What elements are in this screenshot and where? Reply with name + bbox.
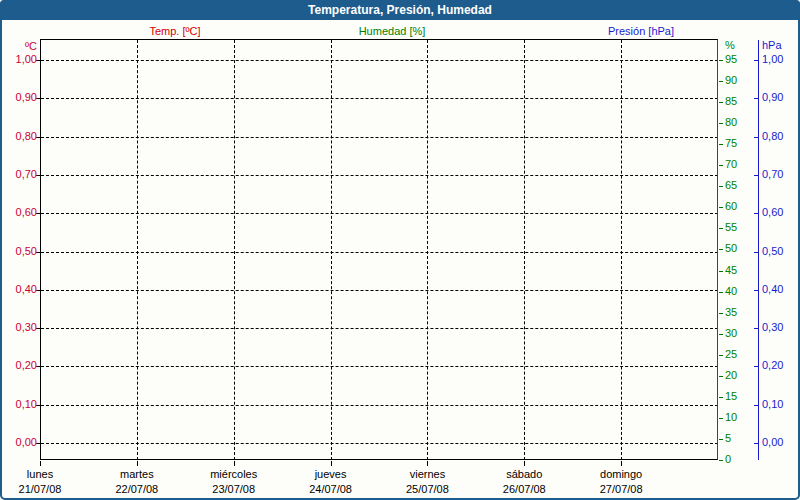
humidity-tick-label: 20 bbox=[725, 369, 737, 382]
pressure-axis-tick bbox=[754, 405, 758, 406]
temp-tick-label: 0,90 bbox=[0, 91, 37, 104]
pressure-tick-label: 0,70 bbox=[762, 168, 783, 181]
humidity-axis-tick bbox=[719, 186, 723, 187]
date-label: 23/07/08 bbox=[186, 483, 282, 496]
pressure-axis-unit: hPa bbox=[762, 39, 782, 52]
x-axis-tick bbox=[40, 461, 41, 466]
x-axis-tick bbox=[137, 461, 138, 466]
temp-tick-label: 0,80 bbox=[0, 130, 37, 143]
legend-item-2: Humedad [%] bbox=[322, 25, 462, 38]
pressure-axis-tick bbox=[754, 290, 758, 291]
humidity-tick-label: 5 bbox=[725, 432, 731, 445]
x-axis-tick bbox=[427, 461, 428, 466]
humidity-tick-label: 75 bbox=[725, 137, 737, 150]
legend-item-3: Presión [hPa] bbox=[571, 25, 711, 38]
humidity-axis-tick bbox=[719, 102, 723, 103]
humidity-tick-label: 60 bbox=[725, 200, 737, 213]
temp-axis-unit: ºC bbox=[0, 40, 37, 53]
date-label: 25/07/08 bbox=[379, 483, 475, 496]
humidity-axis-unit: % bbox=[725, 39, 735, 52]
humidity-axis-tick bbox=[719, 334, 723, 335]
humidity-axis-tick bbox=[719, 60, 723, 61]
day-label: viernes bbox=[379, 468, 475, 481]
humidity-axis-tick bbox=[719, 165, 723, 166]
pressure-tick-label: 0,20 bbox=[762, 359, 783, 372]
humidity-tick-label: 65 bbox=[725, 179, 737, 192]
humidity-tick-label: 10 bbox=[725, 411, 737, 424]
humidity-axis-tick bbox=[719, 460, 723, 461]
pressure-tick-label: 0,10 bbox=[762, 398, 783, 411]
day-label: miércoles bbox=[186, 468, 282, 481]
humidity-tick-label: 25 bbox=[725, 348, 737, 361]
date-label: 21/07/08 bbox=[0, 483, 88, 496]
humidity-axis-tick bbox=[719, 292, 723, 293]
humidity-tick-label: 70 bbox=[725, 158, 737, 171]
humidity-axis-tick bbox=[719, 313, 723, 314]
humidity-tick-label: 35 bbox=[725, 306, 737, 319]
humidity-tick-label: 80 bbox=[725, 116, 737, 129]
humidity-axis-tick bbox=[719, 376, 723, 377]
date-label: 27/07/08 bbox=[573, 483, 669, 496]
humidity-tick-label: 40 bbox=[725, 285, 737, 298]
pressure-axis-tick bbox=[754, 443, 758, 444]
humidity-axis-tick bbox=[719, 207, 723, 208]
pressure-tick-label: 0,80 bbox=[762, 130, 783, 143]
humidity-axis-tick bbox=[719, 418, 723, 419]
date-label: 26/07/08 bbox=[476, 483, 572, 496]
plot-area bbox=[40, 39, 718, 460]
day-label: domingo bbox=[573, 468, 669, 481]
temp-tick-label: 1,00 bbox=[0, 53, 37, 66]
pressure-tick-label: 0,90 bbox=[762, 91, 783, 104]
pressure-axis-tick bbox=[754, 366, 758, 367]
humidity-tick-label: 45 bbox=[725, 264, 737, 277]
day-label: sábado bbox=[476, 468, 572, 481]
pressure-axis-tick bbox=[754, 328, 758, 329]
x-axis-tick bbox=[621, 461, 622, 466]
humidity-tick-label: 30 bbox=[725, 327, 737, 340]
day-label: lunes bbox=[0, 468, 88, 481]
pressure-tick-label: 1,00 bbox=[762, 53, 783, 66]
date-label: 22/07/08 bbox=[89, 483, 185, 496]
pressure-axis-tick bbox=[754, 98, 758, 99]
pressure-tick-label: 0,30 bbox=[762, 321, 783, 334]
humidity-tick-label: 90 bbox=[725, 74, 737, 87]
pressure-tick-label: 0,60 bbox=[762, 206, 783, 219]
temp-tick-label: 0,60 bbox=[0, 206, 37, 219]
humidity-tick-label: 15 bbox=[725, 390, 737, 403]
pressure-axis-tick bbox=[754, 175, 758, 176]
humidity-axis-tick bbox=[719, 249, 723, 250]
pressure-tick-label: 0,40 bbox=[762, 283, 783, 296]
pressure-axis-line bbox=[758, 40, 759, 460]
humidity-axis-tick bbox=[719, 271, 723, 272]
day-label: jueves bbox=[283, 468, 379, 481]
pressure-axis-tick bbox=[754, 213, 758, 214]
day-label: martes bbox=[89, 468, 185, 481]
temp-tick-label: 0,20 bbox=[0, 359, 37, 372]
temp-tick-label: 0,40 bbox=[0, 283, 37, 296]
temp-tick-label: 0,70 bbox=[0, 168, 37, 181]
pressure-tick-label: 0,00 bbox=[762, 436, 783, 449]
humidity-tick-label: 85 bbox=[725, 95, 737, 108]
temp-tick-label: 0,00 bbox=[0, 436, 37, 449]
humidity-axis-tick bbox=[719, 144, 723, 145]
temp-tick-label: 0,10 bbox=[0, 398, 37, 411]
humidity-tick-label: 50 bbox=[725, 242, 737, 255]
pressure-axis-tick bbox=[754, 137, 758, 138]
x-axis-tick bbox=[524, 461, 525, 466]
humidity-axis-tick bbox=[719, 228, 723, 229]
humidity-tick-label: 55 bbox=[725, 221, 737, 234]
title-bar: Temperatura, Presión, Humedad bbox=[0, 0, 800, 20]
humidity-tick-label: 0 bbox=[725, 453, 731, 466]
humidity-tick-label: 95 bbox=[725, 53, 737, 66]
humidity-axis-tick bbox=[719, 439, 723, 440]
chart-title: Temperatura, Presión, Humedad bbox=[308, 3, 492, 17]
legend-item-1: Temp. [ºC] bbox=[105, 25, 245, 38]
chart-panel: Temperatura, Presión, Humedad ºC % hPa 1… bbox=[0, 0, 800, 500]
humidity-axis-tick bbox=[719, 123, 723, 124]
temp-tick-label: 0,30 bbox=[0, 321, 37, 334]
x-axis-tick bbox=[234, 461, 235, 466]
date-label: 24/07/08 bbox=[283, 483, 379, 496]
temp-tick-label: 0,50 bbox=[0, 245, 37, 258]
pressure-axis-tick bbox=[754, 252, 758, 253]
pressure-tick-label: 0,50 bbox=[762, 245, 783, 258]
